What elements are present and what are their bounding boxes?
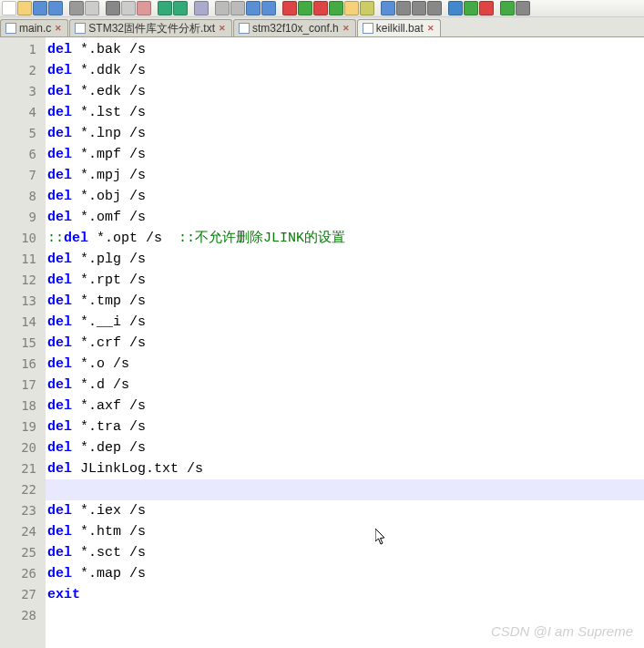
keyword: del xyxy=(47,356,72,372)
gear-icon[interactable] xyxy=(516,1,530,15)
keyword: del xyxy=(47,377,72,393)
code-line[interactable]: del *.tra /s xyxy=(46,417,644,437)
zoom-out-icon[interactable] xyxy=(230,1,245,15)
undo-icon[interactable] xyxy=(158,1,172,15)
code-text: *.o /s xyxy=(72,356,129,372)
code-line[interactable] xyxy=(46,479,644,500)
code-line[interactable]: del *.dep /s xyxy=(46,437,644,458)
code-text: *.mpf /s xyxy=(72,147,146,162)
separator xyxy=(443,1,447,15)
file-icon xyxy=(363,23,373,34)
tool-folder-icon[interactable] xyxy=(344,1,359,15)
code-line[interactable]: del *.ddk /s xyxy=(46,60,644,81)
code-text: *.plg /s xyxy=(72,252,146,267)
code-text: *.__i /s xyxy=(72,314,146,330)
close-icon[interactable]: ✕ xyxy=(54,24,63,33)
code-line[interactable]: del *.o /s xyxy=(46,354,644,375)
find-icon[interactable] xyxy=(194,1,209,15)
code-line[interactable]: del *.d /s xyxy=(46,375,644,396)
line-number: 22 xyxy=(0,479,46,500)
code-line[interactable]: del *.plg /s xyxy=(46,249,644,270)
hex-icon[interactable] xyxy=(396,1,411,15)
keyword: del xyxy=(47,440,72,456)
tool-red2-icon[interactable] xyxy=(313,1,328,15)
toggle-icon[interactable] xyxy=(412,1,426,15)
code-line[interactable]: exit xyxy=(46,584,644,605)
code-line[interactable]: del *.iex /s xyxy=(46,500,644,521)
code-line[interactable]: del *.__i /s xyxy=(46,312,644,333)
code-line[interactable]: del *.bak /s xyxy=(46,39,644,60)
file-icon xyxy=(239,23,250,34)
code-line[interactable]: del *.mpj /s xyxy=(46,165,644,186)
code-line[interactable]: del *.sct /s xyxy=(46,542,644,563)
close-icon[interactable]: ✕ xyxy=(342,24,351,33)
close-icon[interactable]: ✕ xyxy=(218,24,227,33)
tab-label: stm32f10x_conf.h xyxy=(252,22,339,35)
comment-prefix: :: xyxy=(47,231,64,246)
copy-icon[interactable] xyxy=(121,1,136,15)
nav-back-icon[interactable] xyxy=(246,1,261,15)
redo-icon[interactable] xyxy=(173,1,188,15)
marker-blue-icon[interactable] xyxy=(448,1,463,15)
line-number: 16 xyxy=(0,354,46,375)
code-line[interactable] xyxy=(46,605,644,626)
file-tab[interactable]: STM32固件库文件分析.txt✕ xyxy=(69,19,232,36)
code-line[interactable]: del *.crf /s xyxy=(46,333,644,354)
cut-icon[interactable] xyxy=(106,1,120,15)
tool-green-icon[interactable] xyxy=(298,1,312,15)
keyword: del xyxy=(47,335,72,351)
list-icon[interactable] xyxy=(381,1,395,15)
file-tab[interactable]: keilkill.bat✕ xyxy=(357,19,441,36)
close-icon[interactable]: ✕ xyxy=(426,24,435,33)
file-tab[interactable]: stm32f10x_conf.h✕ xyxy=(233,19,356,36)
code-text: *.obj /s xyxy=(72,189,146,204)
marker-red-icon[interactable] xyxy=(479,1,494,15)
new-file-icon[interactable] xyxy=(2,1,16,15)
code-line[interactable]: del *.htm /s xyxy=(46,521,644,542)
code-text: *.ddk /s xyxy=(72,63,146,78)
code-line[interactable]: del *.lst /s xyxy=(46,102,644,123)
code-line[interactable]: del *.mpf /s xyxy=(46,144,644,165)
file-tab[interactable]: main.c✕ xyxy=(0,19,68,36)
code-line[interactable]: del *.axf /s xyxy=(46,396,644,417)
line-number: 25 xyxy=(0,542,46,563)
code-line[interactable]: del *.rpt /s xyxy=(46,270,644,291)
tool-pin-icon[interactable] xyxy=(360,1,374,15)
save-icon[interactable] xyxy=(33,1,47,15)
line-number: 15 xyxy=(0,333,46,354)
file-icon xyxy=(5,23,16,34)
marker-green-icon[interactable] xyxy=(464,1,478,15)
code-line[interactable]: del *.lnp /s xyxy=(46,123,644,144)
tool-green2-icon[interactable] xyxy=(329,1,343,15)
nav-fwd-icon[interactable] xyxy=(261,1,276,15)
code-text: *.iex /s xyxy=(72,503,146,519)
zoom-in-icon[interactable] xyxy=(215,1,230,15)
code-line[interactable]: del *.omf /s xyxy=(46,207,644,228)
keyword: exit xyxy=(47,587,80,602)
code-line[interactable]: del JLinkLog.txt /s xyxy=(46,458,644,479)
line-number: 19 xyxy=(0,417,46,437)
code-editor[interactable]: del *.bak /sdel *.ddk /sdel *.edk /sdel … xyxy=(46,37,644,648)
code-text: *.lst /s xyxy=(72,105,146,120)
code-line[interactable]: ::del *.opt /s ::不允许删除JLINK的设置 xyxy=(46,228,644,249)
code-line[interactable]: del *.tmp /s xyxy=(46,291,644,312)
code-line[interactable]: del *.edk /s xyxy=(46,81,644,102)
open-icon[interactable] xyxy=(17,1,32,15)
line-number: 1 xyxy=(0,39,46,60)
toolbar xyxy=(0,0,644,17)
code-line[interactable]: del *.map /s xyxy=(46,563,644,584)
save-all-icon[interactable] xyxy=(48,1,63,15)
line-number: 14 xyxy=(0,312,46,333)
wrap-icon[interactable] xyxy=(427,1,442,15)
code-line[interactable]: del *.obj /s xyxy=(46,186,644,207)
run-icon[interactable] xyxy=(500,1,515,15)
paste-icon[interactable] xyxy=(137,1,151,15)
tool-red-icon[interactable] xyxy=(282,1,297,15)
keyword: del xyxy=(47,252,72,267)
line-number: 18 xyxy=(0,396,46,417)
print-icon[interactable] xyxy=(69,1,84,15)
preview-icon[interactable] xyxy=(85,1,99,15)
separator xyxy=(277,1,281,15)
code-text: *.opt /s xyxy=(88,231,179,246)
separator xyxy=(64,1,68,15)
